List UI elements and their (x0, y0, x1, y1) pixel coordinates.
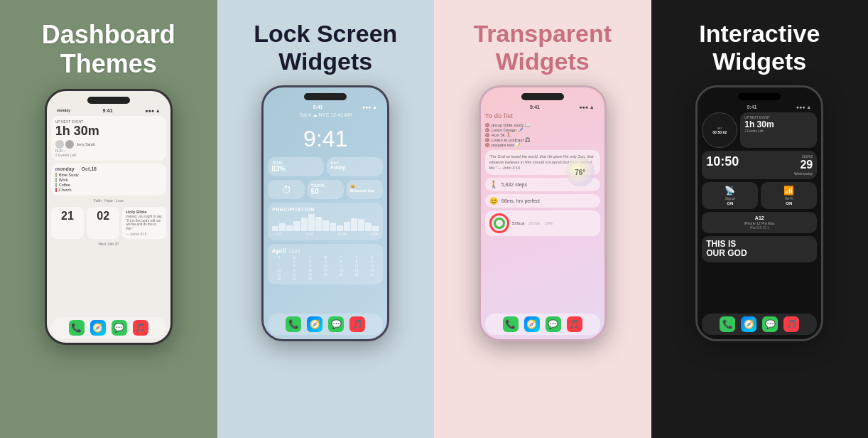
dock-safari-4: 🧭 (741, 316, 756, 332)
precip-bar-5 (301, 218, 308, 231)
dock-music-1: 🎵 (133, 320, 148, 336)
p4-this-is-widget: THIS ISOUR GOD (702, 236, 817, 262)
phone1-content: UP NEXT EVENT 1h 30m Jerry Sarah RUN ↑ 2… (51, 116, 166, 314)
precip-bar-12 (351, 218, 357, 231)
p1-date-02: 02 (87, 207, 119, 239)
dock-music-4: 🎵 (783, 316, 799, 332)
p4-device-widget: A12 iPhone 12 Pro Max iPad OS 15.1 (702, 212, 817, 233)
panel-dashboard-themes: Dashboard Themes monday 9:41 ●●● ▲ UP NE… (0, 0, 217, 438)
dock-messages-4: 💬 (762, 316, 778, 332)
p4-bottom-widgets: 📡 Signal ON 📶 Wi-Fi ON A12 iPhone 12 Pro… (702, 182, 817, 233)
p1-bible-widget: Holy Bible Instead, you ought to say, "I… (122, 207, 166, 239)
precip-bar-7 (315, 217, 322, 231)
dock-messages-2: 💬 (328, 316, 344, 332)
dock-phone-1: 📞 (69, 320, 85, 336)
phone2-dock: 📞 🧭 💬 🎵 (268, 314, 383, 335)
phone-mockup-1: monday 9:41 ●●● ▲ UP NEXT EVENT 1h 30m J… (45, 89, 173, 345)
panel-1-title: Dashboard Themes (42, 20, 175, 79)
dock-safari-3: 🧭 (524, 316, 540, 332)
phone-mockup-3: 9:41 ●●● ▲ To do list ✓ group bible stud… (479, 85, 607, 341)
panel-2-title: Lock Screen Widgets (254, 20, 397, 75)
precip-bar-13 (358, 219, 364, 231)
p4-signal-widget: 📡 Signal ON (702, 182, 758, 209)
p1-event-widget: UP NEXT EVENT 1h 30m Jerry Sarah RUN ↑ 2… (51, 116, 166, 161)
p1-date-21: 21 (51, 207, 84, 239)
p4-event-widget: UP NEXT EVENT 1h 30m 2 Events Left (740, 112, 817, 148)
p2-blessed-widget: 😺 Blessed day (347, 180, 383, 199)
phone3-content: To do list ✓ group bible study 📖 ✓ Learn… (485, 112, 600, 311)
precip-bar-9 (330, 223, 336, 231)
p2-calendar-widget: June 83% (268, 157, 324, 176)
phone2-content: Sat 4 ☁ NYC 12:41 AM 9:41 June 83% Day F… (268, 112, 383, 311)
precip-bar-1 (272, 226, 278, 231)
phone-notch-4 (738, 93, 781, 100)
dock-music-2: 🎵 (349, 316, 365, 332)
phone3-dock: 📞 🧭 💬 🎵 (485, 314, 600, 335)
phone-mockup-4: 9:41 ●●● ▲ SEC 00:50:02 UP NEXT EVENT 1h… (695, 85, 823, 341)
p1-bottom-row: 21 02 Holy Bible Instead, you ought to s… (51, 207, 166, 239)
todo-item-1: ✓ group bible study 📖 (485, 122, 600, 127)
dock-phone-2: 📞 (286, 316, 301, 332)
p2-timer-icon-widget: ⏱ (268, 180, 304, 199)
calendar-item-coffee: Coffee (55, 183, 162, 187)
phone4-content: SEC 00:50:02 UP NEXT EVENT 1h 30m 2 Even… (702, 112, 817, 311)
p3-hrv: 😊 66ms, hrv perfect (485, 194, 600, 208)
panel-transparent-widgets: Transparent Widgets 9:41 ●●● ▲ To do lis… (434, 0, 651, 438)
precip-bar-3 (286, 225, 293, 231)
status-bar-4: 9:41 ●●● ▲ (702, 105, 817, 112)
p1-calendar-widget: monday Oct,18 Bible Study Work Coffee Ch… (51, 164, 166, 196)
p2-precip-widget: PRECIPITATION (268, 203, 383, 240)
precip-bar-2 (279, 223, 286, 231)
phone-screen-1: monday 9:41 ●●● ▲ UP NEXT EVENT 1h 30m J… (47, 91, 170, 343)
p2-precip-bars (272, 214, 379, 231)
p4-wifi-widget: 📶 Wi-Fi ON (761, 182, 817, 209)
p2-mid-widgets: ⏱ Timer 50 😺 Blessed day (268, 180, 383, 199)
dock-phone-4: 📞 (720, 316, 735, 332)
phone-notch-2 (304, 93, 347, 100)
dock-safari-1: 🧭 (90, 320, 106, 336)
phone4-dock: 📞 🧭 💬 🎵 (702, 314, 817, 335)
p4-analog-widget: SEC 00:50:02 (702, 112, 737, 148)
precip-bar-14 (365, 223, 371, 231)
p4-top-row: SEC 00:50:02 UP NEXT EVENT 1h 30m 2 Even… (702, 112, 817, 148)
phone-notch-1 (87, 97, 130, 104)
dock-music-3: 🎵 (567, 316, 582, 332)
precip-bar-6 (308, 214, 315, 231)
panel-lock-screen-widgets: Lock Screen Widgets 9:41 ●●● ▲ Sat 4 ☁ N… (217, 0, 435, 438)
todo-item-3: ✓ Run 5k 🏃 (485, 132, 600, 137)
phone-screen-2: 9:41 ●●● ▲ Sat 4 ☁ NYC 12:41 AM 9:41 Jun… (264, 87, 387, 339)
ring-exercise (494, 218, 505, 229)
status-bar-3: 9:41 ●●● ▲ (485, 105, 600, 112)
phone-screen-3: 9:41 ●●● ▲ To do list ✓ group bible stud… (481, 87, 604, 339)
phone1-dock: 📞 🧭 💬 🎵 (51, 317, 166, 338)
walking-icon: 🚶 (489, 181, 498, 188)
todo-item-2: ✓ Learn Design 🖌️ (485, 127, 600, 132)
p2-day-widget: Day Friday (327, 157, 383, 176)
panel-interactive-widgets: Interactive Widgets 9:41 ●●● ▲ SEC 00:50… (651, 0, 869, 438)
smile-icon: 😊 (489, 197, 498, 205)
p2-calendar-grid: S M T W T F S 1 2 3 4 5 6 7 (271, 256, 379, 281)
ring-move (489, 213, 509, 233)
precip-bar-11 (344, 222, 350, 231)
dock-phone-3: 📞 (503, 316, 519, 332)
precip-bar-15 (372, 226, 379, 231)
todo-item-5: ✓ prepare test 📝 (485, 142, 600, 147)
phone-screen-4: 9:41 ●●● ▲ SEC 00:50:02 UP NEXT EVENT 1h… (698, 87, 821, 339)
calendar-item-church: Church (55, 188, 162, 192)
p2-timer-value-widget: Timer 50 (308, 180, 344, 199)
precip-bar-10 (337, 225, 343, 231)
status-bar-1: monday 9:41 ●●● ▲ (51, 108, 166, 116)
p4-clock-widget: 10:50 2024/2 29 Wednesday (702, 151, 817, 179)
todo-item-4: ✓ Listen to podcast 🎧 (485, 137, 600, 142)
calendar-item-work: Work (55, 178, 162, 182)
calendar-item-bible: Bible Study (55, 173, 162, 177)
p3-activity-rings: 536cal 20min 16% (485, 210, 600, 236)
p2-month-calendar: April 2024 S M T W T F S 1 2 3 (268, 244, 383, 284)
precip-bar-8 (322, 220, 329, 232)
status-bar-2: 9:41 ●●● ▲ (268, 105, 383, 112)
panel-3-title: Transparent Widgets (473, 20, 612, 75)
dock-safari-2: 🧭 (307, 316, 322, 332)
precip-bar-4 (293, 221, 300, 231)
dock-messages-1: 💬 (112, 320, 127, 336)
p2-top-widgets: June 83% Day Friday (268, 157, 383, 176)
